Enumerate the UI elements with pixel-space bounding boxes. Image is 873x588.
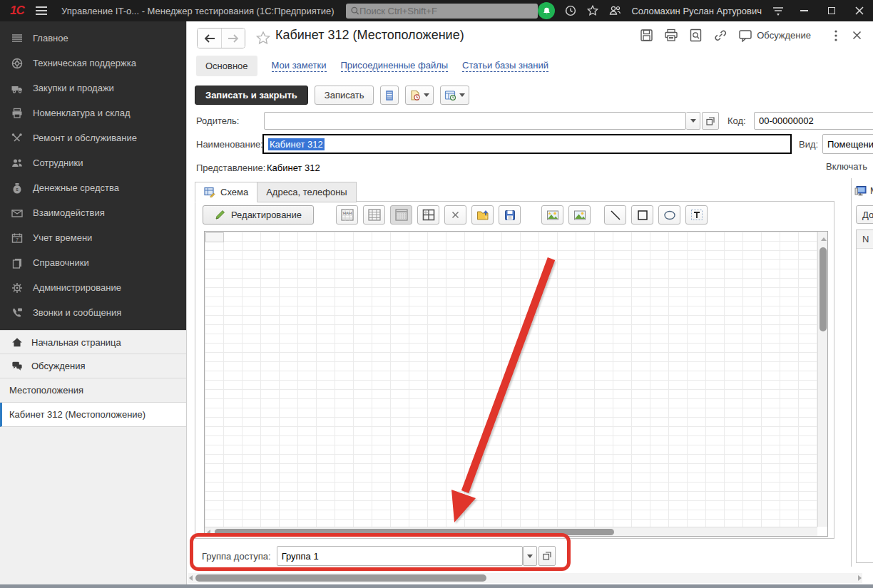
show-cells-button[interactable] <box>390 205 412 225</box>
ellipse-icon <box>663 210 676 220</box>
draw-ellipse-button[interactable] <box>658 205 680 225</box>
link-my-notes[interactable]: Мои заметки <box>272 60 327 72</box>
page-title: Кабинет 312 (Местоположение) <box>275 28 464 43</box>
schema-canvas[interactable] <box>205 232 817 527</box>
discussion-button[interactable]: Обсуждение <box>738 29 811 42</box>
user-icon[interactable] <box>608 4 622 17</box>
picture-button[interactable] <box>568 205 591 225</box>
sidebar-item-money[interactable]: s Денежные средства <box>0 175 186 200</box>
open-folder-icon <box>476 210 489 221</box>
maximize-button[interactable] <box>822 3 841 19</box>
merge-cells-button[interactable] <box>417 205 439 225</box>
hscroll-thumb[interactable] <box>215 529 614 535</box>
canvas-hscrollbar[interactable] <box>205 527 817 536</box>
save-schema-button[interactable] <box>499 205 521 225</box>
close-window-button[interactable] <box>850 3 869 19</box>
draw-text-button[interactable] <box>685 205 708 225</box>
main-menu-button[interactable] <box>36 6 47 15</box>
favorites-button[interactable] <box>586 4 599 17</box>
forward-button[interactable] <box>221 29 245 48</box>
history-button[interactable] <box>564 4 577 17</box>
sidebar-item-locations[interactable]: Местоположения <box>0 378 186 403</box>
canvas-vscrollbar[interactable] <box>817 232 827 527</box>
sidebar-item-interactions[interactable]: Взаимодействия <box>0 200 186 225</box>
line-icon <box>610 210 621 221</box>
schema-icon <box>204 187 215 197</box>
open-icon <box>706 117 715 125</box>
name-label: Наименование: <box>196 139 263 150</box>
draw-rectangle-button[interactable] <box>631 205 653 225</box>
sidebar-item-main[interactable]: Главное <box>0 26 186 51</box>
sidebar-item-calls[interactable]: Звонки и сообщения <box>0 300 186 325</box>
service-menu-button[interactable] <box>771 5 785 16</box>
name-input[interactable]: Кабинет 312 <box>262 134 792 154</box>
link-icon <box>713 29 728 42</box>
kind-input[interactable]: Помещение <box>822 134 873 154</box>
sidebar-item-purchases[interactable]: Закупки и продажи <box>0 76 186 100</box>
right-panel-add-button[interactable]: До <box>856 205 873 224</box>
show-grid-button[interactable] <box>363 205 385 225</box>
notifications-button[interactable] <box>538 2 555 19</box>
parent-input[interactable] <box>264 112 686 130</box>
table-grid-icon <box>368 209 381 221</box>
get-link-button[interactable] <box>713 29 728 42</box>
tab-main[interactable]: Основное <box>196 56 257 76</box>
sidebar-item-administration[interactable]: Администрирование <box>0 275 186 300</box>
truck-icon <box>11 82 24 95</box>
edit-mode-button[interactable]: Редактирование <box>203 205 314 225</box>
minimize-button[interactable] <box>795 3 813 19</box>
search-icon <box>350 6 359 16</box>
sidebar-item-time[interactable]: 7 Учет времени <box>0 225 186 250</box>
parent-open-button[interactable] <box>702 112 719 130</box>
add-picture-button[interactable] <box>541 205 563 225</box>
load-schema-button[interactable] <box>471 205 494 225</box>
write-button[interactable]: Записать <box>315 86 374 105</box>
sidebar-item-discussions[interactable]: Обсуждения <box>0 354 186 378</box>
close-form-button[interactable] <box>852 31 862 40</box>
column-header-n: N <box>857 230 873 249</box>
back-button[interactable] <box>198 29 221 48</box>
form-hscroll-thumb[interactable] <box>195 574 486 582</box>
sidebar-item-home[interactable]: Начальная страница <box>0 330 186 354</box>
sidebar-item-support[interactable]: Техническая поддержка <box>0 51 186 76</box>
code-input[interactable]: 00-00000002 <box>754 112 873 130</box>
doc-clock-icon <box>409 90 421 101</box>
selected-text: Кабинет 312 <box>268 138 325 150</box>
favorite-star-icon[interactable] <box>255 31 271 46</box>
vscroll-thumb[interactable] <box>820 247 827 331</box>
preview-button[interactable] <box>689 29 703 42</box>
tab-addresses[interactable]: Адреса, телефоны <box>257 182 357 202</box>
sidebar-item-catalogs[interactable]: Справочники <box>0 250 186 275</box>
doc-history-button[interactable] <box>405 86 434 105</box>
parent-dropdown-button[interactable] <box>686 112 700 130</box>
clear-button[interactable] <box>444 205 466 225</box>
link-attached-files[interactable]: Присоединенные файлы <box>341 60 449 72</box>
tab-schema[interactable]: Схема <box>195 182 257 202</box>
kind-label: Вид: <box>799 139 818 150</box>
data-list-button[interactable] <box>380 86 399 105</box>
right-panel-tab[interactable]: М <box>854 180 873 201</box>
global-search[interactable] <box>346 4 538 19</box>
more-menu-button[interactable] <box>834 30 837 41</box>
presentation-label: Представление: <box>196 163 265 173</box>
link-kb-articles[interactable]: Статьи базы знаний <box>462 60 548 72</box>
list-icon <box>384 90 394 101</box>
show-headers-button[interactable]: НАН <box>336 205 358 225</box>
dropdown-caret-icon <box>459 93 465 97</box>
save-button[interactable] <box>640 29 653 42</box>
sidebar-item-repair[interactable]: Ремонт и обслуживание <box>0 125 186 150</box>
access-group-input[interactable]: Группа 1 <box>277 546 523 566</box>
print-button[interactable] <box>664 29 678 42</box>
pages-icon <box>11 257 24 269</box>
form-history-button[interactable] <box>440 86 469 105</box>
save-and-close-button[interactable]: Записать и закрыть <box>195 86 308 105</box>
search-input[interactable] <box>359 6 534 16</box>
sidebar-item-stock[interactable]: Номенклатура и склад <box>0 100 186 125</box>
form-hscrollbar[interactable] <box>188 573 862 583</box>
draw-line-button[interactable] <box>604 205 626 225</box>
sidebar-item-employees[interactable]: Сотрудники <box>0 150 186 175</box>
access-group-open-button[interactable] <box>538 546 556 566</box>
access-group-dropdown-button[interactable] <box>523 546 537 566</box>
sidebar-item-cabinet-312[interactable]: Кабинет 312 (Местоположение) <box>0 403 186 427</box>
table-borders-icon <box>422 209 435 221</box>
